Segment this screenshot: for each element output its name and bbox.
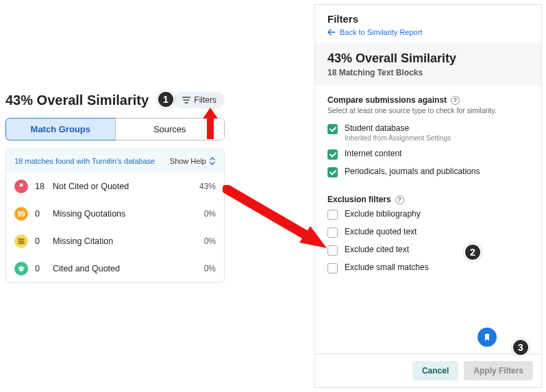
exclude-quoted-text[interactable]: Exclude quoted text [327, 223, 529, 241]
compare-option-internet[interactable]: Internet content [327, 145, 529, 163]
compare-title: Compare submissions against [327, 95, 447, 105]
compare-desc: Select at least one source type to check… [327, 106, 529, 114]
match-row-missing-citation[interactable]: 0 Missing Citation 0% [6, 228, 224, 255]
match-label: Not Cited or Quoted [53, 182, 193, 191]
help-icon[interactable]: ? [395, 195, 404, 204]
match-groups-card: 18 matches found with Turnitin's databas… [5, 149, 225, 283]
show-help-link[interactable]: Show Help [170, 156, 216, 166]
chevron-sort-icon [209, 156, 216, 166]
cancel-button[interactable]: Cancel [412, 361, 458, 380]
annotation-badge-2: 2 [464, 243, 482, 261]
back-to-report-link[interactable]: Back to Similarity Report [327, 28, 422, 36]
annotation-badge-1: 1 [157, 90, 175, 108]
exclusion-title: Exclusion filters [327, 195, 391, 204]
checkbox-icon[interactable] [327, 167, 338, 177]
chat-fab[interactable] [477, 328, 497, 347]
back-link-label: Back to Similarity Report [340, 28, 422, 36]
match-label: Missing Quotations [53, 209, 197, 219]
show-help-label: Show Help [170, 157, 206, 165]
match-percent: 0% [204, 209, 216, 219]
compare-option-student-db[interactable]: Student database Inherited from Assignme… [327, 120, 529, 145]
exclusion-section: Exclusion filters ? Exclude bibliography… [315, 185, 541, 281]
bookmark-icon [482, 332, 492, 342]
summary-similarity: 43% Overall Similarity [327, 51, 529, 66]
option-sublabel: Inherited from Assignment Settings [345, 134, 529, 142]
annotation-arrow-up [201, 106, 219, 139]
tab-match-groups[interactable]: Match Groups [5, 118, 115, 140]
arrow-left-icon [327, 29, 336, 36]
similarity-summary-panel: 43% Overall Similarity Filters Match Gro… [5, 92, 225, 283]
option-label: Exclude cited text [345, 245, 529, 254]
summary-blocks: 18 Matching Text Blocks [327, 68, 529, 77]
match-count: 0 [35, 264, 46, 273]
match-count: 0 [35, 209, 46, 219]
match-row-not-cited[interactable]: 18 Not Cited or Quoted 43% [6, 173, 224, 200]
filters-footer: Cancel Apply Filters [315, 354, 541, 387]
match-row-missing-quotations[interactable]: 99 0 Missing Quotations 0% [6, 200, 224, 228]
compare-option-journals[interactable]: Periodicals, journals and publications [327, 163, 529, 181]
db-matches-message: 18 matches found with Turnitin's databas… [14, 157, 155, 165]
match-label: Cited and Quoted [53, 264, 197, 273]
option-label: Exclude bibliography [345, 209, 529, 219]
exclude-bibliography[interactable]: Exclude bibliography [327, 206, 529, 223]
filter-icon [182, 97, 190, 103]
exclude-small-matches[interactable]: Exclude small matches [327, 259, 529, 277]
help-icon[interactable]: ? [451, 96, 460, 105]
checkbox-icon[interactable] [327, 149, 338, 160]
option-label: Student database [345, 123, 529, 133]
checkbox-icon[interactable] [327, 124, 338, 134]
match-percent: 43% [199, 182, 216, 191]
apply-filters-button[interactable]: Apply Filters [464, 361, 533, 380]
match-percent: 0% [204, 236, 216, 246]
match-row-cited-quoted[interactable]: 0 Cited and Quoted 0% [6, 255, 224, 282]
overall-similarity-title: 43% Overall Similarity [5, 93, 169, 108]
match-label: Missing Citation [53, 236, 197, 246]
option-label: Exclude quoted text [345, 227, 529, 236]
cap-icon [14, 262, 28, 275]
annotation-badge-3: 3 [512, 339, 530, 356]
tabs: Match Groups Sources [5, 118, 225, 140]
filters-panel-title: Filters [327, 13, 529, 25]
compare-section: Compare submissions against ? Select at … [315, 86, 541, 185]
checkbox-icon[interactable] [327, 263, 338, 273]
match-percent: 0% [204, 264, 216, 273]
match-count: 18 [35, 182, 46, 191]
filters-summary: 43% Overall Similarity 18 Matching Text … [315, 43, 541, 86]
option-label: Exclude small matches [345, 262, 529, 272]
option-label: Periodicals, journals and publications [345, 167, 529, 176]
flag-icon [14, 180, 28, 193]
filters-panel: Filters Back to Similarity Report 43% Ov… [314, 4, 542, 388]
annotation-arrow-diag [223, 185, 332, 254]
filters-button-label: Filters [194, 95, 216, 105]
match-count: 0 [35, 236, 46, 246]
exclude-cited-text[interactable]: Exclude cited text [327, 241, 529, 259]
quote-icon: 99 [14, 207, 28, 221]
lines-icon [14, 234, 28, 248]
option-label: Internet content [345, 149, 529, 158]
